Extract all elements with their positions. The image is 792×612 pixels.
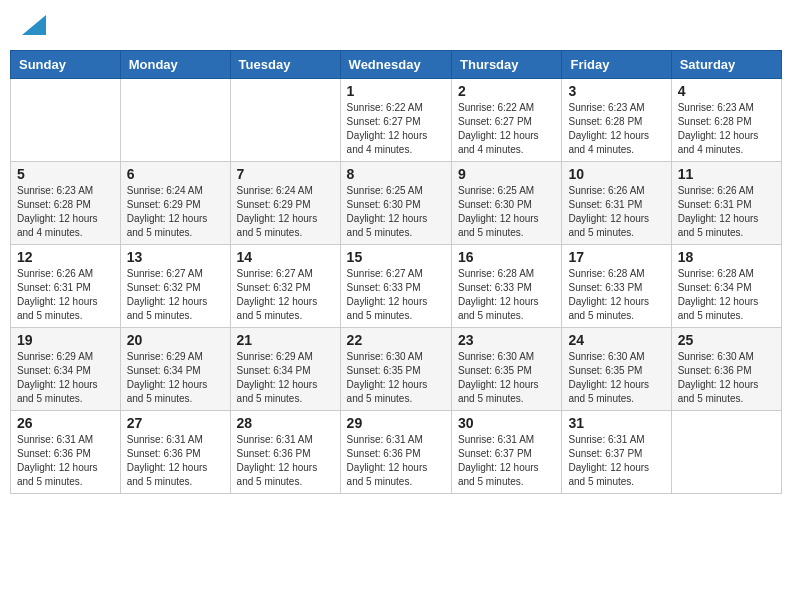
calendar-cell: 28Sunrise: 6:31 AM Sunset: 6:36 PM Dayli… (230, 411, 340, 494)
day-number: 13 (127, 249, 224, 265)
calendar-cell: 27Sunrise: 6:31 AM Sunset: 6:36 PM Dayli… (120, 411, 230, 494)
day-number: 12 (17, 249, 114, 265)
day-info: Sunrise: 6:29 AM Sunset: 6:34 PM Dayligh… (17, 350, 114, 406)
calendar-cell: 25Sunrise: 6:30 AM Sunset: 6:36 PM Dayli… (671, 328, 781, 411)
page-header (10, 10, 782, 40)
calendar-cell: 12Sunrise: 6:26 AM Sunset: 6:31 PM Dayli… (11, 245, 121, 328)
calendar-cell: 15Sunrise: 6:27 AM Sunset: 6:33 PM Dayli… (340, 245, 451, 328)
day-number: 8 (347, 166, 445, 182)
day-number: 20 (127, 332, 224, 348)
day-info: Sunrise: 6:30 AM Sunset: 6:35 PM Dayligh… (568, 350, 664, 406)
day-info: Sunrise: 6:29 AM Sunset: 6:34 PM Dayligh… (127, 350, 224, 406)
calendar-cell: 10Sunrise: 6:26 AM Sunset: 6:31 PM Dayli… (562, 162, 671, 245)
day-number: 23 (458, 332, 555, 348)
calendar-cell: 11Sunrise: 6:26 AM Sunset: 6:31 PM Dayli… (671, 162, 781, 245)
day-number: 24 (568, 332, 664, 348)
day-number: 28 (237, 415, 334, 431)
calendar-cell: 18Sunrise: 6:28 AM Sunset: 6:34 PM Dayli… (671, 245, 781, 328)
calendar-cell: 4Sunrise: 6:23 AM Sunset: 6:28 PM Daylig… (671, 79, 781, 162)
day-info: Sunrise: 6:29 AM Sunset: 6:34 PM Dayligh… (237, 350, 334, 406)
day-info: Sunrise: 6:27 AM Sunset: 6:33 PM Dayligh… (347, 267, 445, 323)
day-number: 31 (568, 415, 664, 431)
day-number: 15 (347, 249, 445, 265)
day-number: 30 (458, 415, 555, 431)
calendar-cell: 16Sunrise: 6:28 AM Sunset: 6:33 PM Dayli… (452, 245, 562, 328)
day-number: 29 (347, 415, 445, 431)
calendar-week-row: 26Sunrise: 6:31 AM Sunset: 6:36 PM Dayli… (11, 411, 782, 494)
day-number: 14 (237, 249, 334, 265)
day-info: Sunrise: 6:24 AM Sunset: 6:29 PM Dayligh… (127, 184, 224, 240)
weekday-header: Sunday (11, 51, 121, 79)
weekday-header: Monday (120, 51, 230, 79)
calendar-cell: 20Sunrise: 6:29 AM Sunset: 6:34 PM Dayli… (120, 328, 230, 411)
day-number: 1 (347, 83, 445, 99)
calendar-week-row: 12Sunrise: 6:26 AM Sunset: 6:31 PM Dayli… (11, 245, 782, 328)
weekday-header: Wednesday (340, 51, 451, 79)
day-number: 26 (17, 415, 114, 431)
day-number: 3 (568, 83, 664, 99)
day-info: Sunrise: 6:23 AM Sunset: 6:28 PM Dayligh… (678, 101, 775, 157)
calendar-cell: 31Sunrise: 6:31 AM Sunset: 6:37 PM Dayli… (562, 411, 671, 494)
calendar-cell: 14Sunrise: 6:27 AM Sunset: 6:32 PM Dayli… (230, 245, 340, 328)
calendar-cell: 17Sunrise: 6:28 AM Sunset: 6:33 PM Dayli… (562, 245, 671, 328)
day-info: Sunrise: 6:22 AM Sunset: 6:27 PM Dayligh… (347, 101, 445, 157)
calendar-week-row: 5Sunrise: 6:23 AM Sunset: 6:28 PM Daylig… (11, 162, 782, 245)
day-info: Sunrise: 6:22 AM Sunset: 6:27 PM Dayligh… (458, 101, 555, 157)
day-info: Sunrise: 6:26 AM Sunset: 6:31 PM Dayligh… (568, 184, 664, 240)
logo (20, 15, 46, 35)
calendar-cell: 7Sunrise: 6:24 AM Sunset: 6:29 PM Daylig… (230, 162, 340, 245)
calendar-cell: 3Sunrise: 6:23 AM Sunset: 6:28 PM Daylig… (562, 79, 671, 162)
weekday-header: Thursday (452, 51, 562, 79)
day-number: 7 (237, 166, 334, 182)
calendar-cell: 22Sunrise: 6:30 AM Sunset: 6:35 PM Dayli… (340, 328, 451, 411)
day-number: 25 (678, 332, 775, 348)
day-number: 5 (17, 166, 114, 182)
day-info: Sunrise: 6:24 AM Sunset: 6:29 PM Dayligh… (237, 184, 334, 240)
day-number: 2 (458, 83, 555, 99)
day-number: 18 (678, 249, 775, 265)
day-info: Sunrise: 6:31 AM Sunset: 6:37 PM Dayligh… (458, 433, 555, 489)
day-info: Sunrise: 6:31 AM Sunset: 6:36 PM Dayligh… (237, 433, 334, 489)
calendar-cell: 30Sunrise: 6:31 AM Sunset: 6:37 PM Dayli… (452, 411, 562, 494)
day-number: 19 (17, 332, 114, 348)
svg-marker-0 (22, 15, 46, 35)
day-info: Sunrise: 6:27 AM Sunset: 6:32 PM Dayligh… (127, 267, 224, 323)
calendar-week-row: 19Sunrise: 6:29 AM Sunset: 6:34 PM Dayli… (11, 328, 782, 411)
day-info: Sunrise: 6:27 AM Sunset: 6:32 PM Dayligh… (237, 267, 334, 323)
calendar-cell (120, 79, 230, 162)
calendar-cell: 26Sunrise: 6:31 AM Sunset: 6:36 PM Dayli… (11, 411, 121, 494)
calendar-cell: 29Sunrise: 6:31 AM Sunset: 6:36 PM Dayli… (340, 411, 451, 494)
calendar-cell (671, 411, 781, 494)
calendar-cell: 23Sunrise: 6:30 AM Sunset: 6:35 PM Dayli… (452, 328, 562, 411)
calendar-cell (230, 79, 340, 162)
calendar: SundayMondayTuesdayWednesdayThursdayFrid… (10, 50, 782, 494)
day-number: 9 (458, 166, 555, 182)
day-info: Sunrise: 6:28 AM Sunset: 6:33 PM Dayligh… (568, 267, 664, 323)
day-number: 4 (678, 83, 775, 99)
day-info: Sunrise: 6:23 AM Sunset: 6:28 PM Dayligh… (568, 101, 664, 157)
calendar-week-row: 1Sunrise: 6:22 AM Sunset: 6:27 PM Daylig… (11, 79, 782, 162)
day-number: 16 (458, 249, 555, 265)
day-info: Sunrise: 6:30 AM Sunset: 6:36 PM Dayligh… (678, 350, 775, 406)
calendar-cell (11, 79, 121, 162)
calendar-cell: 13Sunrise: 6:27 AM Sunset: 6:32 PM Dayli… (120, 245, 230, 328)
day-number: 17 (568, 249, 664, 265)
logo-icon (22, 15, 46, 35)
weekday-header: Friday (562, 51, 671, 79)
day-info: Sunrise: 6:31 AM Sunset: 6:37 PM Dayligh… (568, 433, 664, 489)
day-number: 27 (127, 415, 224, 431)
day-info: Sunrise: 6:23 AM Sunset: 6:28 PM Dayligh… (17, 184, 114, 240)
calendar-cell: 9Sunrise: 6:25 AM Sunset: 6:30 PM Daylig… (452, 162, 562, 245)
day-info: Sunrise: 6:25 AM Sunset: 6:30 PM Dayligh… (458, 184, 555, 240)
day-number: 11 (678, 166, 775, 182)
calendar-cell: 1Sunrise: 6:22 AM Sunset: 6:27 PM Daylig… (340, 79, 451, 162)
calendar-cell: 2Sunrise: 6:22 AM Sunset: 6:27 PM Daylig… (452, 79, 562, 162)
day-number: 10 (568, 166, 664, 182)
day-info: Sunrise: 6:30 AM Sunset: 6:35 PM Dayligh… (347, 350, 445, 406)
day-info: Sunrise: 6:28 AM Sunset: 6:33 PM Dayligh… (458, 267, 555, 323)
weekday-header: Tuesday (230, 51, 340, 79)
day-info: Sunrise: 6:31 AM Sunset: 6:36 PM Dayligh… (17, 433, 114, 489)
calendar-cell: 19Sunrise: 6:29 AM Sunset: 6:34 PM Dayli… (11, 328, 121, 411)
calendar-cell: 8Sunrise: 6:25 AM Sunset: 6:30 PM Daylig… (340, 162, 451, 245)
day-info: Sunrise: 6:25 AM Sunset: 6:30 PM Dayligh… (347, 184, 445, 240)
